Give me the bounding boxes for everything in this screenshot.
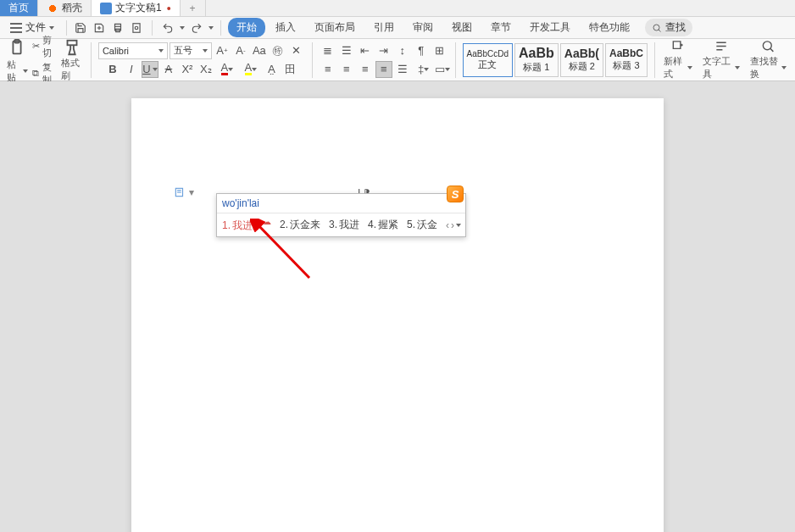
distribute-button[interactable]: ☰: [394, 61, 411, 78]
divider: [455, 42, 456, 78]
chevron-down-icon: [228, 68, 233, 71]
circled-char-button[interactable]: ㊕: [270, 42, 286, 59]
divider: [312, 42, 313, 78]
show-marks-button[interactable]: ¶: [413, 42, 430, 59]
shading-button[interactable]: 田: [282, 61, 299, 78]
paste-icon[interactable]: [8, 36, 26, 58]
annotation-arrow: [250, 219, 326, 286]
chevron-down-icon[interactable]: [208, 26, 214, 30]
tab-home[interactable]: 首页: [0, 0, 38, 16]
bold-button[interactable]: B: [104, 61, 121, 78]
magnifier-icon: [759, 39, 776, 53]
chevron-down-icon: [49, 26, 54, 30]
ribbon-tab-references[interactable]: 引用: [365, 18, 403, 37]
style-heading2[interactable]: AaBb( 标题 2: [560, 43, 603, 77]
font-color-button[interactable]: A: [216, 61, 238, 78]
divider: [152, 20, 153, 36]
tabs-button[interactable]: ⊞: [431, 42, 448, 59]
change-case-button[interactable]: Aa: [251, 42, 268, 59]
tab-daoke[interactable]: 稻壳: [38, 0, 92, 16]
search-icon: [652, 23, 662, 33]
ribbon-tab-view[interactable]: 视图: [443, 18, 481, 37]
bullets-button[interactable]: ≣: [320, 42, 336, 59]
svg-rect-8: [68, 40, 77, 45]
sort-button[interactable]: ↕: [394, 42, 411, 59]
ime-candidate-5[interactable]: 5.沃金: [407, 218, 437, 232]
ribbon-tab-page-layout[interactable]: 页面布局: [306, 18, 364, 37]
chevron-down-icon[interactable]: [180, 26, 185, 30]
clear-format-button[interactable]: ✕: [288, 42, 305, 59]
chevron-down-icon: [252, 68, 257, 71]
styles-group: AaBbCcDd 正文 AaBb 标题 1 AaBb( 标题 2 AaBbC 标…: [459, 39, 652, 80]
highlight-button[interactable]: A: [240, 61, 262, 78]
ribbon-tab-review[interactable]: 审阅: [404, 18, 442, 37]
ime-prev-icon[interactable]: ‹: [446, 219, 449, 231]
numbering-button[interactable]: ☰: [338, 42, 355, 59]
align-left-button[interactable]: ≡: [320, 61, 336, 78]
divider: [66, 20, 67, 36]
italic-button[interactable]: I: [123, 61, 140, 78]
chevron-down-icon: [781, 66, 787, 69]
search-box[interactable]: 查找: [645, 19, 692, 36]
indent-button[interactable]: ⇥: [375, 42, 392, 59]
paste-label[interactable]: 粘贴: [7, 58, 28, 84]
subscript-button[interactable]: X₂: [197, 61, 214, 78]
font-size-combo[interactable]: 五号: [170, 42, 212, 59]
chevron-down-icon: [687, 66, 692, 69]
strikethrough-button[interactable]: A: [160, 61, 177, 78]
align-right-button[interactable]: ≡: [357, 61, 374, 78]
cut-button[interactable]: ✂剪切: [31, 34, 58, 59]
ribbon-tab-chapter[interactable]: 章节: [482, 18, 520, 37]
chevron-down-icon[interactable]: ▾: [189, 186, 194, 198]
new-style-button[interactable]: 新样式: [659, 39, 698, 80]
svg-line-10: [770, 48, 774, 52]
format-painter-label[interactable]: 格式刷: [61, 57, 84, 82]
borders-button[interactable]: ▭: [431, 61, 453, 78]
chevron-down-icon: [158, 49, 164, 53]
grow-font-button[interactable]: A+: [214, 42, 231, 59]
menubar: 文件 开始 插入 页面布局 引用 审阅 视图 章节 开发工具 特色功能 查找: [0, 17, 795, 39]
document-page[interactable]: ▾ I ⁋ S wo'jin'lai 1.我进来☁ 2.沃金来 3.我进 4.握…: [131, 98, 664, 532]
underline-button[interactable]: U: [142, 61, 158, 78]
ribbon-tab-insert[interactable]: 插入: [267, 18, 304, 37]
app-tabbar: 首页 稻壳 文字文稿1 • +: [0, 0, 795, 17]
outline-toggle-icon[interactable]: [174, 186, 186, 198]
export-icon[interactable]: [92, 21, 106, 35]
chevron-down-icon[interactable]: [456, 224, 461, 227]
shrink-font-button[interactable]: A-: [232, 42, 249, 59]
outdent-button[interactable]: ⇤: [357, 42, 374, 59]
text-tools-button[interactable]: 文字工具: [698, 39, 744, 80]
tab-new[interactable]: +: [181, 0, 206, 16]
new-style-icon: [670, 39, 687, 53]
style-heading3[interactable]: AaBbC 标题 3: [605, 43, 648, 77]
chevron-down-icon: [424, 68, 429, 71]
font-group: Calibri 五号 A+ A- Aa ㊕ ✕ B I U A X² X₂ A …: [95, 39, 309, 80]
align-justify-button[interactable]: ≡: [375, 61, 392, 78]
format-painter-icon[interactable]: [63, 38, 81, 57]
ribbon-tab-start[interactable]: 开始: [228, 18, 265, 37]
ime-candidate-4[interactable]: 4.握紧: [368, 218, 398, 232]
ribbon-tab-dev[interactable]: 开发工具: [521, 18, 579, 37]
ribbon-tab-special[interactable]: 特色功能: [581, 18, 638, 37]
print-icon[interactable]: [111, 21, 125, 35]
print-preview-icon[interactable]: [130, 21, 143, 35]
redo-icon[interactable]: [190, 21, 203, 35]
ime-candidate-3[interactable]: 3.我进: [329, 218, 359, 232]
style-heading1[interactable]: AaBb 标题 1: [514, 43, 559, 77]
superscript-button[interactable]: X²: [179, 61, 196, 78]
document-workspace: ▾ I ⁋ S wo'jin'lai 1.我进来☁ 2.沃金来 3.我进 4.握…: [0, 81, 795, 532]
tab-daoke-label: 稻壳: [62, 1, 82, 15]
style-body[interactable]: AaBbCcDd 正文: [463, 43, 513, 77]
chevron-down-icon: [203, 49, 208, 53]
undo-icon[interactable]: [161, 21, 175, 35]
search-label: 查找: [665, 20, 686, 35]
font-name-combo[interactable]: Calibri: [98, 42, 168, 59]
ribbon-tabs: 开始 插入 页面布局 引用 审阅 视图 章节 开发工具 特色功能: [228, 18, 638, 37]
find-replace-button[interactable]: 查找替换: [745, 39, 792, 80]
save-icon[interactable]: [74, 21, 87, 35]
dirty-indicator: •: [167, 2, 171, 15]
align-center-button[interactable]: ≡: [338, 61, 355, 78]
ime-next-icon[interactable]: ›: [451, 219, 454, 231]
tab-document[interactable]: 文字文稿1 •: [92, 0, 181, 16]
phonetic-button[interactable]: A̤: [264, 61, 281, 78]
